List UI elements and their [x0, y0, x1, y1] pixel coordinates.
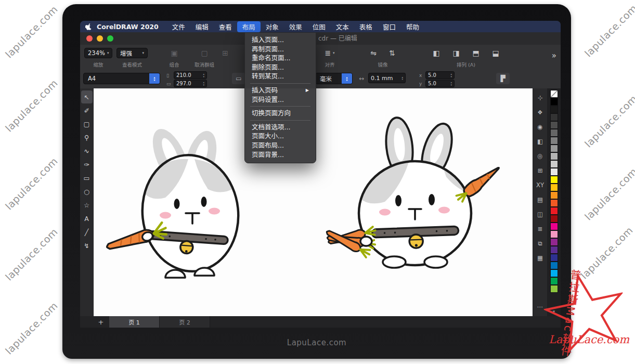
guidelines-docker-icon[interactable]: ▤	[534, 192, 547, 207]
objects-docker-icon[interactable]: ❖	[534, 105, 547, 120]
palette-swatch[interactable]	[550, 152, 558, 160]
layout-menu-item[interactable]: 页面布局...	[245, 141, 316, 150]
palette-swatch[interactable]	[550, 176, 558, 184]
duplicate-y-field[interactable]: 5.0 ▴ ▾	[425, 80, 455, 87]
find-replace-docker-icon[interactable]: ◫	[534, 207, 547, 222]
menubar-item-6[interactable]: 效果	[284, 21, 307, 32]
layout-menu-item[interactable]: 页面大小...	[245, 132, 316, 141]
shape-tool[interactable]: ✐	[81, 104, 93, 117]
pick-tool[interactable]: ↖	[81, 90, 93, 103]
page-border-button[interactable]: ▛	[496, 73, 510, 84]
palette-swatch[interactable]	[550, 98, 558, 106]
weld-button[interactable]: ⊞	[217, 47, 233, 59]
palette-swatch[interactable]	[550, 246, 558, 254]
add-page-button[interactable]: +	[96, 318, 106, 326]
layout-menu-item[interactable]: 再制页面...	[245, 45, 316, 54]
toolbar-overflow-button[interactable]: »	[552, 51, 556, 60]
menubar-item-4[interactable]: 布局	[237, 21, 261, 32]
more-dockers-icon[interactable]: ⋯	[534, 300, 547, 314]
properties-docker-icon[interactable]: ≣	[534, 222, 547, 236]
fit-page-docker-icon[interactable]: ⊞	[534, 163, 547, 178]
palette-swatch[interactable]	[550, 90, 558, 98]
comments-docker-icon[interactable]: ◉	[534, 120, 547, 134]
stepper-arrows-icon[interactable]: ▴ ▾	[401, 76, 403, 81]
page-tab-1[interactable]: 页 1	[109, 316, 160, 328]
stepper-arrows-icon[interactable]: ▴ ▾	[450, 81, 452, 86]
units-select[interactable]: 毫米 ▴ ▾	[315, 73, 353, 84]
mirror-vertical-button[interactable]: ⇅	[384, 47, 400, 59]
order-forward-button[interactable]: ⬒	[467, 47, 485, 59]
fullscreen-button[interactable]	[107, 35, 113, 42]
ungroup-button[interactable]: ▢	[197, 47, 212, 59]
page-size-select[interactable]: A4 ▴ ▾	[83, 73, 160, 84]
zoom-level-select[interactable]: 234% ▾	[84, 48, 112, 58]
connector-tool[interactable]: ↯	[81, 239, 93, 252]
ellipse-tool[interactable]: ○	[81, 185, 93, 198]
palette-swatch[interactable]	[550, 230, 558, 238]
apple-icon[interactable]	[85, 23, 92, 31]
layout-menu-item[interactable]: 插入页码▶	[245, 86, 316, 95]
menubar-item-2[interactable]: 编辑	[190, 21, 214, 32]
mirror-horizontal-button[interactable]: ⇋	[365, 47, 382, 59]
palette-swatch[interactable]	[550, 262, 558, 269]
view-mode-select[interactable]: 增强 ▾	[116, 48, 148, 58]
layout-menu-item[interactable]: 切换页面方向	[245, 109, 316, 118]
layout-menu-item[interactable]: 转到某页...	[245, 72, 316, 81]
effects-docker-icon[interactable]: ◎	[534, 149, 547, 163]
palette-swatch[interactable]	[550, 285, 558, 293]
page-orientation-button[interactable]: ▭	[232, 73, 245, 84]
page-width-field[interactable]: 210.0 ▴ ▾	[174, 71, 207, 79]
palette-swatch[interactable]	[550, 184, 558, 191]
stepper-arrows-icon[interactable]: ▴ ▾	[203, 73, 204, 77]
palette-swatch[interactable]	[550, 277, 558, 285]
page-height-field[interactable]: 297.0 ▴ ▾	[174, 80, 207, 87]
palette-swatch[interactable]	[550, 121, 558, 129]
order-backward-button[interactable]: ⬓	[487, 47, 504, 59]
stepper-arrows-icon[interactable]: ▴ ▾	[450, 73, 452, 77]
palette-swatch[interactable]	[550, 207, 558, 215]
palette-swatch[interactable]	[550, 106, 558, 113]
palette-swatch[interactable]	[550, 137, 558, 145]
close-button[interactable]	[86, 35, 93, 42]
palette-swatch[interactable]	[550, 191, 558, 199]
palette-scroll-down-button[interactable]: ▾	[553, 309, 555, 314]
align-distribute-button[interactable]: ≣ ▾	[318, 47, 341, 59]
menubar-item-5[interactable]: 对象	[261, 21, 284, 32]
transform-docker-icon[interactable]: ⊹	[534, 90, 547, 105]
zoom-tool[interactable]: ⚲	[81, 131, 93, 144]
layout-menu-item[interactable]: 文档首选项...	[245, 123, 316, 132]
menubar-item-3[interactable]: 查看	[214, 21, 237, 32]
palette-swatch[interactable]	[550, 223, 558, 230]
rectangle-tool[interactable]: ▭	[81, 172, 93, 185]
palette-swatch[interactable]	[550, 238, 558, 246]
layout-menu-item[interactable]: 插入页面...	[245, 35, 316, 45]
menubar-item-10[interactable]: 窗口	[378, 21, 401, 32]
menubar-item-8[interactable]: 文本	[331, 21, 354, 32]
coordinates-docker-icon[interactable]: XY	[534, 178, 547, 192]
layout-menu-item[interactable]: 重命名页面...	[245, 54, 316, 63]
polygon-tool[interactable]: ☆	[81, 199, 93, 212]
palette-swatch[interactable]	[550, 269, 558, 277]
layout-menu-item[interactable]: 页码设置...	[245, 95, 316, 105]
artistic-media-tool[interactable]: ✑	[81, 158, 93, 171]
color-docker-icon[interactable]: ◧	[534, 134, 547, 149]
palette-swatch[interactable]	[550, 254, 558, 262]
clipboard-docker-icon[interactable]: ▦	[534, 251, 547, 265]
export-docker-icon[interactable]: ⧉	[534, 236, 547, 251]
duplicate-x-field[interactable]: 5.0 ▴ ▾	[425, 71, 455, 79]
stepper-arrows-icon[interactable]: ▴ ▾	[203, 81, 204, 86]
order-to-front-button[interactable]: ◧	[427, 47, 445, 59]
nudge-distance-field[interactable]: 0.1 mm ▴ ▾	[368, 73, 406, 83]
palette-swatch[interactable]	[550, 215, 558, 223]
layout-menu-item[interactable]: 页面背景...	[245, 150, 316, 160]
text-tool[interactable]: A	[81, 212, 93, 225]
palette-swatch[interactable]	[550, 168, 558, 176]
menubar-item-7[interactable]: 位图	[307, 21, 331, 32]
freehand-tool[interactable]: ∿	[81, 145, 93, 158]
menubar-item-11[interactable]: 帮助	[401, 21, 424, 32]
palette-swatch[interactable]	[550, 160, 558, 168]
minimize-button[interactable]	[97, 35, 103, 42]
line-tool[interactable]: ╱	[81, 226, 93, 239]
menubar-item-1[interactable]: 文件	[167, 21, 190, 32]
menubar-item-9[interactable]: 表格	[354, 21, 378, 32]
